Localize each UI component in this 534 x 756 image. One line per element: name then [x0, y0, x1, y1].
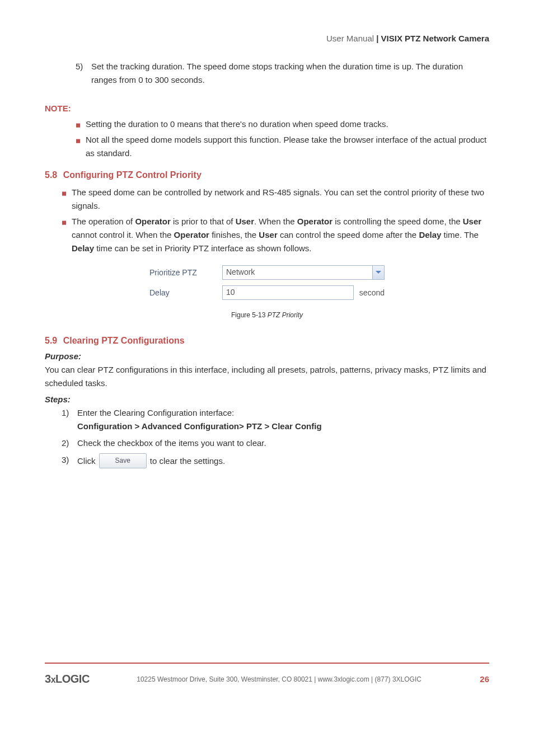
step-2: 2) Check the checkbox of the items you w…	[62, 436, 489, 450]
section-title: Clearing PTZ Configurations	[60, 336, 184, 345]
page-number: 26	[480, 674, 489, 684]
chevron-down-icon[interactable]	[373, 265, 385, 280]
section-bullet-text: The operation of Operator is prior to th…	[72, 215, 489, 255]
figure-caption-prefix: Figure 5-13	[231, 311, 268, 319]
delay-input[interactable]: 10	[222, 285, 354, 300]
purpose-text: You can clear PTZ configurations in this…	[45, 363, 489, 390]
figure-caption-italic: PTZ Priority	[268, 311, 303, 319]
step-text: Set the tracking duration. The speed dom…	[91, 60, 489, 87]
step-text: Enter the Clearing Configuration interfa…	[77, 406, 489, 433]
square-bullet-icon: ◼	[62, 186, 72, 213]
note-bullet-text: Setting the duration to 0 means that the…	[86, 118, 489, 131]
section-number: 5.9	[45, 336, 57, 345]
section-bullet: ◼ The operation of Operator is prior to …	[62, 215, 489, 255]
note-label: NOTE:	[45, 104, 489, 113]
section-number: 5.8	[45, 170, 57, 180]
purpose-label: Purpose:	[45, 351, 489, 361]
note-bullet: ◼ Setting the duration to 0 means that t…	[76, 118, 489, 131]
section-bullet-text: The speed dome can be controlled by netw…	[72, 186, 489, 213]
note-bullet: ◼ Not all the speed dome models support …	[76, 133, 489, 160]
prioritize-ptz-select[interactable]: Network	[222, 265, 385, 280]
ptz-priority-figure: Prioritize PTZ Network Delay 10 second	[149, 265, 385, 300]
figure-caption: Figure 5-13 PTZ Priority	[45, 311, 489, 319]
section-5-8-heading: 5.8 Configuring PTZ Control Priority	[45, 170, 489, 180]
step-number: 2)	[62, 436, 77, 450]
step-text: Click Save to clear the settings.	[77, 453, 489, 468]
page-header: User Manual | VISIX PTZ Network Camera	[45, 34, 489, 43]
footer-address: 10225 Westmoor Drive, Suite 300, Westmin…	[90, 675, 469, 683]
section-bullet: ◼ The speed dome can be controlled by ne…	[62, 186, 489, 213]
page-footer: 3xLOGIC 10225 Westmoor Drive, Suite 300,…	[45, 663, 489, 685]
delay-label: Delay	[149, 288, 222, 297]
header-bold: | VISIX PTZ Network Camera	[374, 34, 489, 43]
note-bullet-text: Not all the speed dome models support th…	[86, 133, 489, 160]
prioritize-ptz-label: Prioritize PTZ	[149, 268, 222, 277]
step-number: 3)	[62, 453, 77, 468]
step-number: 5)	[76, 60, 91, 87]
step-3: 3) Click Save to clear the settings.	[62, 453, 489, 468]
step-text: Check the checkbox of the items you want…	[77, 436, 489, 450]
section-title: Configuring PTZ Control Priority	[60, 170, 202, 180]
square-bullet-icon: ◼	[76, 118, 86, 131]
company-logo: 3xLOGIC	[45, 673, 90, 685]
prioritize-ptz-value: Network	[222, 265, 373, 280]
section-5-9-heading: 5.9 Clearing PTZ Configurations	[45, 336, 489, 346]
steps-label: Steps:	[45, 395, 489, 404]
square-bullet-icon: ◼	[62, 215, 72, 255]
step-1: 1) Enter the Clearing Configuration inte…	[62, 406, 489, 433]
step-number: 1)	[62, 406, 77, 433]
step-5: 5) Set the tracking duration. The speed …	[76, 60, 489, 87]
square-bullet-icon: ◼	[76, 133, 86, 160]
save-button[interactable]: Save	[99, 453, 147, 468]
header-thin: User Manual	[326, 34, 374, 43]
config-path: Configuration > Advanced Configuration> …	[77, 421, 322, 431]
footer-divider	[45, 663, 489, 664]
delay-suffix: second	[354, 288, 385, 297]
